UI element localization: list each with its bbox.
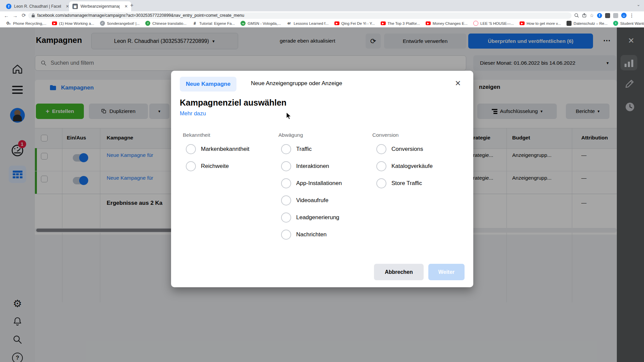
new-tab-button[interactable]: +	[130, 2, 133, 9]
objective-option[interactable]: Markenbekanntheit	[186, 144, 250, 154]
column-header-attribution[interactable]: Attribution	[581, 135, 608, 141]
search-filter-input[interactable]: Suchen und filtern	[35, 55, 466, 71]
row-checkbox[interactable]	[41, 153, 48, 160]
column-header-campaign[interactable]: Kampagne	[107, 135, 133, 141]
tab-ads-partial[interactable]: nzeigen	[479, 84, 500, 90]
browser-tab-adsmanager[interactable]: ▦ Werbeanzeigenmanager - Wer ✕	[69, 1, 131, 11]
campaign-link[interactable]: Neue Kampagne für	[107, 175, 153, 181]
tab-new-adset-or-ad[interactable]: Neue Anzeigengruppe oder Anzeige	[251, 80, 342, 87]
reload-icon[interactable]: ⟳	[19, 12, 28, 18]
send-icon[interactable]	[582, 13, 587, 18]
radio-icon[interactable]	[281, 144, 291, 154]
objective-option[interactable]: Traffic	[281, 144, 312, 154]
objective-option[interactable]: Conversions	[376, 144, 423, 154]
duplicate-chevron-button[interactable]: ▾	[149, 104, 169, 119]
campaign-link[interactable]: Neue Kampagne für	[107, 152, 153, 158]
forward-icon[interactable]: →	[11, 13, 19, 18]
campaign-toggle-on[interactable]	[73, 177, 88, 184]
bookmark-item[interactable]: ▶Money Changes E...	[426, 21, 468, 25]
tab-search-chevron-icon[interactable]: ⌄	[637, 2, 640, 7]
gear-icon[interactable]: ⚙	[0, 298, 35, 309]
next-button[interactable]: Weiter	[428, 264, 465, 280]
star-icon[interactable]: ☆	[590, 13, 594, 18]
duplicate-button[interactable]: Duplizieren	[89, 104, 148, 119]
campaigns-grid-icon[interactable]	[0, 166, 35, 183]
browser-tab-facebook[interactable]: f Leon R. Chaudhari | Facebook ✕	[3, 1, 73, 11]
help-icon[interactable]: ?	[0, 353, 35, 362]
edit-pencil-icon[interactable]	[624, 78, 635, 90]
bell-icon[interactable]	[0, 316, 35, 326]
profile-avatar-icon[interactable]: ☺	[621, 13, 627, 18]
radio-icon[interactable]	[376, 178, 386, 188]
extension-dark-icon[interactable]	[605, 13, 610, 18]
column-header-onoff[interactable]: Ein/Aus	[67, 135, 86, 141]
bookmark-item[interactable]: ▶How to get more v...	[520, 21, 561, 25]
charts-panel-icon[interactable]	[621, 55, 637, 70]
radio-icon[interactable]	[376, 144, 386, 154]
bookmark-item[interactable]: erLessons Learned f...	[286, 21, 328, 26]
user-avatar[interactable]	[0, 108, 35, 123]
refresh-button[interactable]: ⟳	[366, 34, 381, 49]
objective-option[interactable]: App-Installationen	[281, 178, 342, 188]
close-ads-manager-icon[interactable]: ✕	[628, 36, 634, 45]
bookmark-item[interactable]: ▶Qing Fei De Yi - Y...	[334, 21, 375, 25]
select-all-checkbox[interactable]	[41, 135, 48, 141]
objective-option[interactable]: Leadgenerierung	[281, 213, 339, 223]
radio-icon[interactable]	[281, 178, 291, 188]
publish-button[interactable]: Überprüfen und veröffentlichen (6)	[468, 34, 593, 49]
radio-icon[interactable]	[281, 161, 291, 171]
extension-gray-icon[interactable]	[613, 13, 618, 18]
radio-icon[interactable]	[376, 161, 386, 171]
bookmark-item[interactable]: fChinese translatio...	[145, 21, 186, 26]
discard-drafts-button[interactable]: Entwürfe verwerfen	[384, 34, 466, 49]
radio-icon[interactable]	[186, 144, 196, 154]
bookmark-item[interactable]: LEE 'S HOUSE—...	[473, 21, 514, 26]
tab-new-campaign[interactable]: Neue Kampagne	[180, 77, 236, 92]
home-icon[interactable]	[0, 64, 35, 75]
globe-icon: ✓	[100, 21, 105, 26]
objective-option[interactable]: Videoaufrufe	[281, 195, 328, 205]
tab-campaigns[interactable]: Kampagnen	[49, 84, 94, 92]
bookmark-item[interactable]: tStudent Wants an...	[613, 21, 644, 26]
objective-option[interactable]: Store Traffic	[376, 178, 422, 188]
radio-icon[interactable]	[281, 195, 291, 205]
radio-icon[interactable]	[281, 213, 291, 223]
column-header-strategy[interactable]: trategie	[472, 135, 490, 141]
back-icon[interactable]: ←	[2, 13, 11, 18]
cancel-button[interactable]: Abbrechen	[374, 264, 424, 280]
objective-option[interactable]: Katalogverkäufe	[376, 161, 433, 171]
objective-option[interactable]: Reichweite	[186, 161, 229, 171]
column-header-budget[interactable]: Budget	[512, 135, 530, 141]
objective-option[interactable]: Nachrichten	[281, 230, 327, 240]
kebab-menu-icon[interactable]: ⋮	[630, 13, 634, 18]
facebook-extension-icon[interactable]: f	[597, 13, 602, 18]
tab-close-icon[interactable]: ✕	[66, 4, 69, 9]
bookmark-item[interactable]: ✓Sonderangebot! |...	[100, 21, 140, 26]
bookmark-item[interactable]: Datenschutz – Re...	[567, 21, 607, 26]
radio-icon[interactable]	[281, 230, 291, 240]
campaign-toggle-on[interactable]	[73, 154, 88, 162]
more-options-button[interactable]: ⋯	[603, 36, 610, 45]
row-checkbox[interactable]	[41, 176, 48, 182]
learn-more-link[interactable]: Mehr dazu	[180, 110, 206, 117]
zoom-icon[interactable]	[574, 13, 579, 18]
bookmark-item[interactable]: ▶(1) How Working a...	[52, 21, 94, 25]
create-button[interactable]: + Erstellen	[36, 104, 84, 119]
bookmark-item[interactable]: ▶The Top 3 Platfor...	[381, 21, 420, 25]
url-bar[interactable]: facebook.com/adsmanager/manage/campaigns…	[28, 12, 572, 19]
gauge-icon[interactable]: 1	[0, 143, 35, 158]
menu-icon[interactable]	[0, 86, 35, 94]
radio-icon[interactable]	[186, 161, 196, 171]
bookmark-item[interactable]: O₂Phone Recycling,...	[6, 21, 46, 26]
tab-close-icon[interactable]: ✕	[124, 4, 128, 9]
history-clock-icon[interactable]	[624, 101, 636, 114]
reports-button[interactable]: Berichte ▾	[566, 104, 609, 119]
date-range-selector[interactable]: Dieser Monat: 01.06.2022 bis 14.06.2022 …	[473, 55, 616, 71]
search-icon[interactable]	[0, 335, 35, 345]
objective-option[interactable]: Interaktionen	[281, 161, 329, 171]
modal-close-icon[interactable]: ✕	[455, 79, 461, 88]
breakdown-button[interactable]: Aufschlüsselung ▾	[477, 104, 557, 119]
bookmark-item[interactable]: vpGMSN - Vologda,...	[240, 21, 281, 26]
account-selector[interactable]: Leon R. Chaudhari (303253577220899) ▼	[91, 33, 238, 49]
bookmark-item[interactable]: #Tutorial: Eigene Fa...	[192, 21, 235, 26]
